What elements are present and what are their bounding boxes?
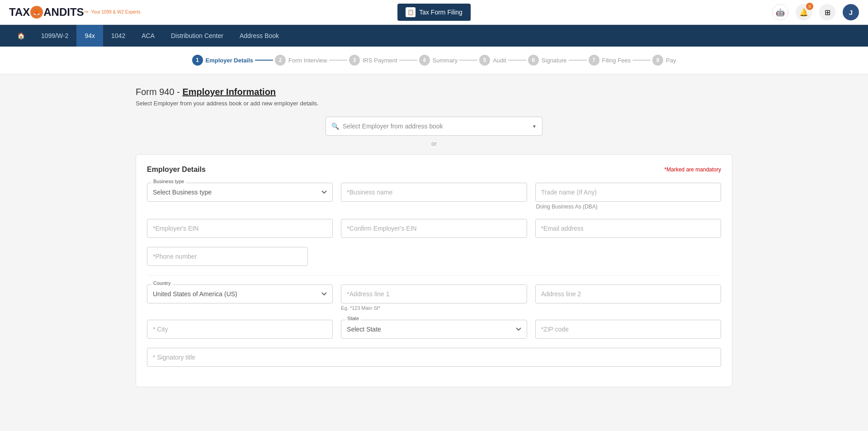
signatory-group [147, 348, 721, 367]
nav-distribution-center[interactable]: Distribution Center [163, 25, 231, 47]
confirm-ein-group [341, 219, 527, 238]
or-text: or [431, 140, 437, 147]
section-divider [147, 275, 721, 275]
form-row-2 [147, 219, 721, 238]
nav-distribution-center-label: Distribution Center [171, 32, 223, 39]
tax-form-icon: 📋 [406, 7, 415, 17]
step-4-label: Summary [433, 57, 458, 64]
robot-icon: 🤖 [776, 8, 785, 17]
country-label: Country [151, 280, 173, 286]
trade-name-group: Doing Business As (DBA) [535, 183, 721, 210]
step-6-circle: 6 [528, 55, 539, 66]
connector-2-3 [329, 60, 347, 61]
center-nav: 📋 Tax Form Filing [397, 4, 471, 21]
notification-button[interactable]: 🔔 0 [796, 4, 812, 20]
nav-home[interactable]: 🏠 [9, 25, 33, 47]
address1-input[interactable] [341, 284, 527, 303]
home-icon: 🏠 [17, 32, 25, 39]
address1-group: Eg. *123 Main St* [341, 284, 527, 311]
city-input[interactable] [147, 320, 333, 339]
or-divider: or [136, 140, 732, 147]
logo-tm: ™ [84, 10, 89, 15]
business-name-input[interactable] [341, 183, 527, 202]
nav-aca[interactable]: ACA [133, 25, 163, 47]
state-select[interactable]: Select State Alabama Alaska Arizona Cali… [341, 320, 527, 339]
confirm-ein-input[interactable] [341, 219, 527, 238]
logo-tagline: Your 1099 & W2 Experts [91, 10, 141, 14]
connector-3-4 [399, 60, 417, 61]
step-7-circle: 7 [589, 55, 599, 66]
nav-94x[interactable]: 94x [76, 25, 103, 47]
email-group [535, 219, 721, 238]
nav-1099w2[interactable]: 1099/W-2 [33, 25, 76, 47]
logo-tax: TAX [9, 6, 30, 19]
search-icon: 🔍 [331, 123, 339, 130]
signatory-input[interactable] [147, 348, 721, 367]
progress-stepper: 1 Employer Details 2 Form Interview 3 IR… [0, 47, 868, 74]
city-group [147, 320, 333, 339]
card-title: Employer Details [147, 166, 206, 174]
mandatory-note: *Marked are mandatory [665, 166, 721, 173]
step-5: 5 Audit [479, 55, 506, 66]
logo-andits: ANDITS [43, 6, 84, 19]
form-row-5: State Select State Alabama Alaska Arizon… [147, 320, 721, 339]
ein-group [147, 219, 333, 238]
robot-icon-button[interactable]: 🤖 [772, 4, 788, 20]
step-4: 4 Summary [419, 55, 458, 66]
grid-icon: ⊞ [825, 8, 830, 17]
nav-1042[interactable]: 1042 [103, 25, 133, 47]
state-group: State Select State Alabama Alaska Arizon… [341, 320, 527, 339]
employer-details-card: Employer Details *Marked are mandatory B… [136, 154, 732, 387]
step-3: 3 IRS Payment [349, 55, 397, 66]
state-label: State [345, 316, 361, 321]
grid-button[interactable]: ⊞ [819, 4, 835, 20]
chevron-down-icon: ▼ [532, 124, 537, 129]
step-8-label: Pay [666, 57, 676, 64]
connector-6-7 [569, 60, 587, 61]
step-6-label: Signature [542, 57, 567, 64]
country-group: Country United States of America (US) [147, 284, 333, 311]
form-row-4: Country United States of America (US) Eg… [147, 284, 721, 311]
step-2-label: Form Interview [288, 57, 327, 64]
tax-form-filing-button[interactable]: 📋 Tax Form Filing [397, 4, 471, 21]
zip-input[interactable] [535, 320, 721, 339]
form-section: Employer Information [182, 87, 276, 97]
notification-badge: 0 [806, 3, 813, 10]
nav-address-book[interactable]: Address Book [231, 25, 287, 47]
phone-input[interactable] [147, 247, 308, 266]
main-content: Form 940 - Employer Information Select E… [118, 74, 750, 400]
step-7-label: Filing Fees [602, 57, 631, 64]
connector-5-6 [508, 60, 526, 61]
nav-1099w2-label: 1099/W-2 [41, 32, 68, 39]
ein-input[interactable] [147, 219, 333, 238]
address2-input[interactable] [535, 284, 721, 303]
top-navigation: TAX 🦊 ANDITS ™ Your 1099 & W2 Experts 📋 … [0, 0, 868, 25]
avatar-letter: J [849, 9, 853, 16]
employer-select-dropdown[interactable]: 🔍 Select Employer from address book ▼ [326, 117, 542, 136]
form-label: Form 940 - [136, 87, 180, 97]
trade-name-input[interactable] [535, 183, 721, 202]
step-3-label: IRS Payment [363, 57, 397, 64]
email-input[interactable] [535, 219, 721, 238]
step-1: 1 Employer Details [192, 55, 254, 66]
connector-1-2 [255, 60, 273, 61]
logo-icon: 🦊 [30, 6, 43, 19]
business-type-select[interactable]: Select Business type Sole Proprietor Par… [147, 183, 333, 202]
employer-select-text: Select Employer from address book [343, 123, 528, 130]
tax-form-label: Tax Form Filing [419, 9, 462, 16]
main-navigation: 🏠 1099/W-2 94x 1042 ACA Distribution Cen… [0, 25, 868, 47]
step-4-circle: 4 [419, 55, 430, 66]
form-row-6 [147, 348, 721, 367]
step-3-circle: 3 [349, 55, 360, 66]
business-type-label: Business type [151, 179, 186, 184]
nav-icons: 🤖 🔔 0 ⊞ J [772, 4, 859, 20]
connector-4-5 [459, 60, 477, 61]
nav-aca-label: ACA [142, 32, 155, 39]
step-5-label: Audit [493, 57, 506, 64]
country-select[interactable]: United States of America (US) [147, 284, 333, 303]
dba-hint: Doing Business As (DBA) [535, 204, 721, 210]
nav-94x-label: 94x [85, 32, 95, 39]
page-title: Form 940 - Employer Information [136, 87, 732, 97]
page-subtitle: Select Employer from your address book o… [136, 100, 732, 107]
user-avatar-button[interactable]: J [843, 4, 859, 20]
